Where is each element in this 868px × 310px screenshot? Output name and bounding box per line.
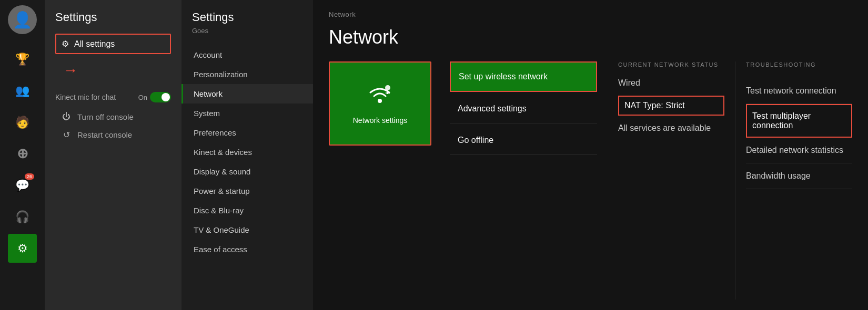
options-column: Set up wireless network Advanced setting… — [450, 61, 597, 299]
content-grid: Network settings Set up wireless network… — [329, 61, 852, 299]
profile-icon[interactable]: 🧑 — [8, 108, 37, 137]
kinect-cat[interactable]: Kinect & devices — [181, 142, 313, 162]
all-settings-gear-icon: ⚙ — [62, 39, 69, 49]
restart-item[interactable]: ↺ Restart console — [55, 126, 176, 144]
turn-off-label: Turn off console — [77, 112, 134, 121]
bandwidth-item[interactable]: Bandwidth usage — [746, 163, 852, 189]
main-content: Network Network Network settin — [313, 0, 868, 310]
toggle-label: On — [138, 94, 147, 101]
power-icon: ⏻ — [60, 112, 72, 121]
all-settings-label: All settings — [74, 39, 115, 49]
detailed-stats-item[interactable]: Detailed network statistics — [746, 138, 852, 163]
settings-nav-icon[interactable]: ⚙ — [8, 234, 37, 263]
settings-sidebar: Settings ⚙ All settings → Kinect mic for… — [45, 0, 181, 310]
categories-subtitle: Goes — [181, 27, 313, 35]
tv-cat[interactable]: TV & OneGuide — [181, 220, 313, 240]
categories-title: Settings — [181, 11, 313, 24]
system-cat[interactable]: System — [181, 104, 313, 123]
display-cat[interactable]: Display & sound — [181, 162, 313, 181]
friends-icon[interactable]: 👥 — [8, 76, 37, 105]
user-avatar[interactable]: 👤 — [8, 5, 37, 34]
nat-type-status: NAT Type: Strict — [618, 96, 724, 116]
arrow-indicator: → — [55, 62, 181, 79]
status-column: CURRENT NETWORK STATUS Wired NAT Type: S… — [608, 61, 724, 299]
preferences-cat[interactable]: Preferences — [181, 123, 313, 142]
arrow-icon: → — [63, 62, 78, 79]
network-status-header: CURRENT NETWORK STATUS — [618, 61, 724, 68]
kinect-toggle[interactable]: On — [138, 92, 171, 102]
all-settings-button[interactable]: ⚙ All settings — [55, 34, 171, 54]
troubleshoot-header: TROUBLESHOOTING — [746, 61, 852, 68]
achievements-icon[interactable]: 🏆 — [8, 45, 37, 74]
categories-panel: Settings Goes Account Personalization Ne… — [181, 0, 313, 310]
setup-wireless-option[interactable]: Set up wireless network — [450, 61, 597, 92]
power-cat[interactable]: Power & startup — [181, 181, 313, 201]
svg-point-0 — [378, 99, 382, 103]
messages-icon[interactable]: 💬 26 — [8, 171, 37, 200]
page-title-area: Network — [329, 26, 852, 48]
icon-sidebar: 👤 🏆 👥 🧑 ⊕ 💬 26 🎧 ⚙ — [0, 0, 45, 310]
section-label: Network — [329, 11, 852, 18]
toggle-switch[interactable] — [150, 92, 171, 102]
test-multiplayer-item[interactable]: Test multiplayer connection — [746, 104, 852, 138]
advanced-settings-option[interactable]: Advanced settings — [450, 95, 597, 123]
restart-label: Restart console — [77, 130, 132, 139]
party-icon[interactable]: 🎧 — [8, 202, 37, 231]
tiles-column: Network settings — [329, 61, 439, 299]
network-settings-tile[interactable]: Network settings — [329, 61, 431, 146]
account-cat[interactable]: Account — [181, 45, 313, 65]
xbox-icon[interactable]: ⊕ — [8, 139, 37, 168]
troubleshoot-column: TROUBLESHOOTING Test network connection … — [735, 61, 852, 299]
svg-point-1 — [385, 85, 390, 90]
network-settings-tile-label: Network settings — [353, 116, 407, 125]
kinect-row: Kinect mic for chat On — [55, 89, 176, 105]
kinect-label: Kinect mic for chat — [55, 93, 116, 101]
test-network-item[interactable]: Test network connection — [746, 78, 852, 104]
personalization-cat[interactable]: Personalization — [181, 65, 313, 84]
wired-status: Wired — [618, 78, 724, 88]
services-status: All services are available — [618, 123, 724, 133]
network-settings-icon — [366, 82, 395, 111]
messages-badge: 26 — [25, 173, 34, 180]
ease-cat[interactable]: Ease of access — [181, 240, 313, 259]
go-offline-option[interactable]: Go offline — [450, 126, 597, 155]
turn-off-item[interactable]: ⏻ Turn off console — [55, 108, 176, 126]
settings-sidebar-title: Settings — [55, 11, 181, 24]
page-title: Network — [329, 26, 852, 48]
disc-cat[interactable]: Disc & Blu-ray — [181, 201, 313, 220]
restart-icon: ↺ — [60, 130, 72, 140]
network-cat[interactable]: Network — [181, 84, 313, 104]
